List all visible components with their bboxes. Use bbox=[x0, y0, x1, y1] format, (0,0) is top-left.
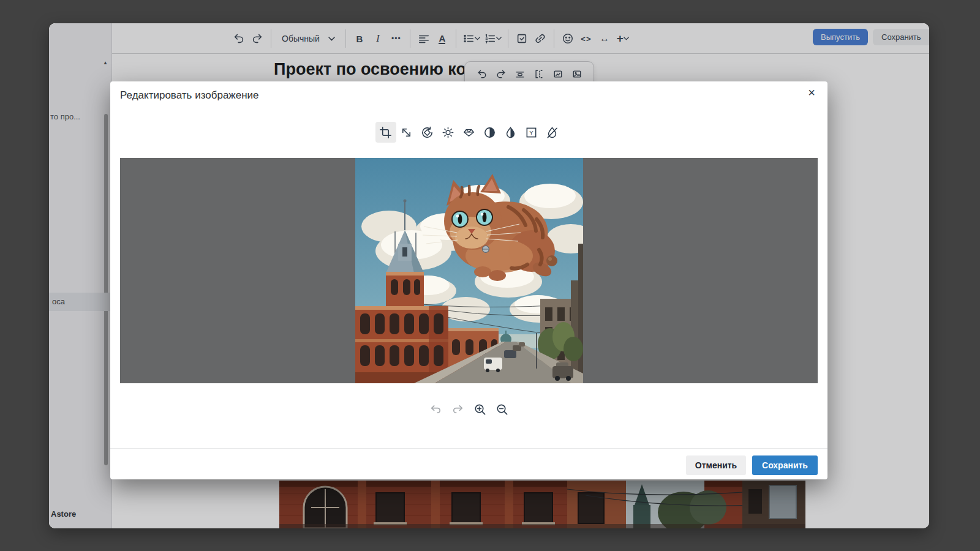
gamma-tool-button[interactable]: Y bbox=[521, 122, 542, 143]
crop-canvas[interactable] bbox=[120, 158, 818, 383]
crop-icon bbox=[379, 126, 392, 139]
canvas-controls bbox=[110, 399, 827, 419]
droplet-icon bbox=[504, 126, 517, 139]
image-edit-toolbar: Y bbox=[110, 122, 827, 143]
rotate-tool-button[interactable] bbox=[417, 122, 438, 143]
image-preview[interactable] bbox=[355, 158, 583, 383]
modal-footer: Отменить Сохранить bbox=[686, 455, 818, 475]
edit-image-modal: Редактировать изображение × Y bbox=[110, 81, 827, 479]
brightness-icon bbox=[442, 126, 454, 139]
edit-undo-button[interactable] bbox=[426, 399, 447, 419]
blur-tool-button[interactable] bbox=[542, 122, 563, 143]
redo-icon bbox=[451, 403, 464, 416]
saturation-tool-button[interactable] bbox=[500, 122, 521, 143]
resize-icon bbox=[400, 126, 413, 139]
zoom-out-button[interactable] bbox=[492, 399, 513, 419]
zoom-in-button[interactable] bbox=[470, 399, 491, 419]
close-icon[interactable]: × bbox=[808, 86, 815, 99]
modal-title: Редактировать изображение bbox=[120, 89, 259, 102]
undo-icon bbox=[429, 403, 442, 416]
svg-text:Y: Y bbox=[529, 129, 533, 136]
contrast-tool-button[interactable] bbox=[480, 122, 500, 143]
clarity-tool-button[interactable] bbox=[459, 122, 480, 143]
gamma-icon: Y bbox=[525, 126, 538, 139]
crop-tool-button[interactable] bbox=[375, 122, 396, 143]
zoom-out-icon bbox=[496, 403, 508, 416]
contrast-icon bbox=[483, 126, 496, 139]
save-button[interactable]: Сохранить bbox=[752, 455, 818, 475]
cancel-button[interactable]: Отменить bbox=[686, 455, 746, 475]
footer-divider bbox=[110, 448, 827, 449]
droplet-off-icon bbox=[546, 126, 559, 139]
edit-redo-button[interactable] bbox=[448, 399, 469, 419]
resize-tool-button[interactable] bbox=[396, 122, 417, 143]
brightness-tool-button[interactable] bbox=[438, 122, 459, 143]
gem-icon bbox=[462, 126, 475, 139]
zoom-in-icon bbox=[473, 403, 486, 416]
rotate-icon bbox=[421, 126, 434, 139]
